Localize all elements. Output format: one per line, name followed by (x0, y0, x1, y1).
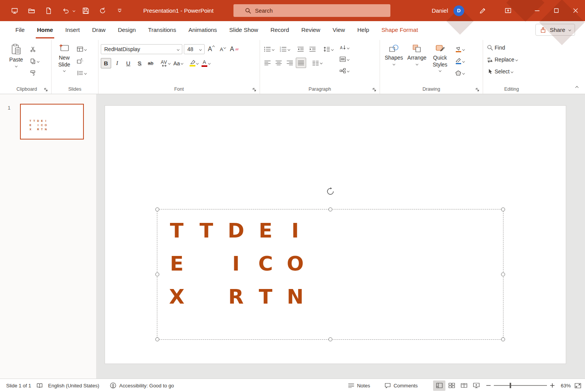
resize-handle-n[interactable] (328, 208, 332, 211)
slide-thumbnail[interactable]: TTDEIEICOXRTN (20, 104, 84, 140)
align-left-button[interactable] (262, 58, 273, 68)
columns-button[interactable] (311, 58, 324, 68)
slideshow-view-button[interactable] (470, 380, 482, 391)
reset-slide-button[interactable] (75, 56, 88, 66)
align-right-button[interactable] (285, 58, 295, 68)
format-painter-button[interactable] (28, 68, 41, 78)
zoom-out-button[interactable] (486, 383, 491, 388)
new-file-button[interactable] (42, 4, 55, 17)
justify-button[interactable] (296, 58, 306, 68)
normal-view-button[interactable] (433, 380, 445, 391)
zoom-slider-thumb[interactable] (510, 383, 511, 388)
comments-button[interactable]: Comments (382, 383, 420, 389)
avatar[interactable]: D (453, 5, 464, 16)
close-button[interactable] (566, 0, 585, 21)
text-highlight-color-button[interactable] (188, 58, 200, 68)
select-button[interactable]: Select (485, 67, 538, 76)
increase-indent-button[interactable] (308, 45, 317, 54)
clipboard-dialog-launcher[interactable] (44, 88, 48, 91)
tab-home[interactable]: Home (31, 21, 59, 38)
ribbon-display-options-button[interactable] (502, 4, 514, 17)
slide[interactable]: TTDEIEICOXRTN (105, 105, 566, 364)
redo-button[interactable] (97, 4, 109, 17)
language-indicator[interactable]: English (United States) (48, 383, 99, 389)
convert-to-smartart-button[interactable] (338, 66, 351, 75)
font-name-combobox[interactable]: RedHatDisplay (101, 44, 182, 54)
tab-review[interactable]: Review (295, 21, 327, 38)
drawing-dialog-launcher[interactable] (476, 88, 479, 91)
collapse-ribbon-button[interactable] (576, 84, 578, 90)
slide-sorter-view-button[interactable] (445, 380, 458, 391)
font-dialog-launcher[interactable] (253, 88, 256, 91)
shape-outline-button[interactable] (454, 56, 466, 66)
user-name[interactable]: Daniel (432, 7, 448, 14)
clear-formatting-button[interactable]: A (229, 44, 239, 54)
slide-canvas[interactable]: TTDEIEICOXRTN (96, 94, 585, 379)
replace-button[interactable]: ab Replace (485, 55, 538, 64)
section-button[interactable] (75, 68, 88, 78)
arrange-button[interactable]: Arrange (405, 40, 428, 84)
bullets-button[interactable] (262, 45, 276, 54)
textbox-letters[interactable]: TTDEIEICOXRTN (162, 214, 310, 313)
quick-styles-button[interactable]: Quick Styles (428, 40, 452, 84)
tab-shape-format[interactable]: Shape Format (375, 21, 424, 38)
underline-button[interactable]: U (123, 58, 133, 68)
tab-view[interactable]: View (327, 21, 351, 38)
numbering-button[interactable]: 123 (278, 45, 292, 54)
slide-layout-button[interactable] (75, 45, 88, 54)
undo-button[interactable] (59, 4, 72, 17)
search-box[interactable]: Search (233, 4, 390, 17)
align-text-button[interactable] (338, 55, 351, 64)
resize-handle-nw[interactable] (155, 208, 159, 211)
paragraph-dialog-launcher[interactable] (373, 88, 376, 91)
tab-slide-show[interactable]: Slide Show (223, 21, 264, 38)
increase-font-size-button[interactable]: A (206, 44, 216, 54)
font-size-combobox[interactable]: 48 (184, 44, 205, 54)
shape-fill-button[interactable] (454, 45, 466, 54)
tab-file[interactable]: File (9, 21, 31, 38)
rotate-handle[interactable] (326, 187, 335, 197)
start-slideshow-button[interactable] (8, 4, 21, 17)
change-case-button[interactable]: Aa (172, 58, 184, 68)
minimize-button[interactable] (527, 0, 547, 21)
decrease-font-size-button[interactable]: A (218, 44, 228, 54)
resize-handle-ne[interactable] (501, 208, 505, 211)
strikethrough-button[interactable]: ab (145, 58, 156, 68)
text-direction-button[interactable]: A (338, 43, 351, 52)
tab-animations[interactable]: Animations (182, 21, 223, 38)
notes-button[interactable]: Notes (346, 383, 372, 389)
shapes-button[interactable]: Shapes (382, 40, 405, 84)
find-button[interactable]: Find (485, 43, 538, 52)
new-slide-button[interactable]: New Slide (54, 40, 75, 84)
bold-button[interactable]: B (101, 58, 111, 68)
share-button[interactable]: Share (535, 24, 575, 36)
customize-qat-button[interactable] (113, 4, 126, 17)
line-spacing-button[interactable] (322, 45, 335, 54)
resize-handle-se[interactable] (501, 337, 505, 341)
shape-effects-button[interactable] (454, 68, 466, 78)
accessibility-status[interactable]: Accessibility: Good to go (119, 383, 174, 389)
italic-button[interactable]: I (112, 58, 122, 68)
resize-handle-e[interactable] (501, 272, 505, 276)
tab-help[interactable]: Help (351, 21, 375, 38)
save-button[interactable] (80, 4, 92, 17)
tab-design[interactable]: Design (112, 21, 142, 38)
align-center-button[interactable] (273, 58, 284, 68)
cut-button[interactable] (28, 45, 41, 54)
open-file-button[interactable] (25, 4, 38, 17)
undo-dropdown-chevron[interactable] (73, 9, 75, 12)
paste-button[interactable]: Paste (5, 40, 28, 84)
inking-button[interactable] (477, 4, 489, 17)
reading-view-button[interactable] (458, 380, 470, 391)
decrease-indent-button[interactable] (296, 45, 305, 54)
character-spacing-button[interactable]: AV (160, 58, 172, 68)
textbox-selection[interactable]: TTDEIEICOXRTN (157, 209, 503, 340)
zoom-in-button[interactable] (550, 383, 555, 388)
resize-handle-sw[interactable] (155, 337, 159, 341)
zoom-level[interactable]: 63% (555, 383, 571, 389)
maximize-button[interactable] (547, 0, 566, 21)
resize-handle-s[interactable] (328, 337, 332, 341)
spell-check-button[interactable] (37, 383, 43, 389)
text-shadow-button[interactable]: S (134, 58, 145, 68)
font-color-button[interactable]: A (200, 58, 212, 68)
